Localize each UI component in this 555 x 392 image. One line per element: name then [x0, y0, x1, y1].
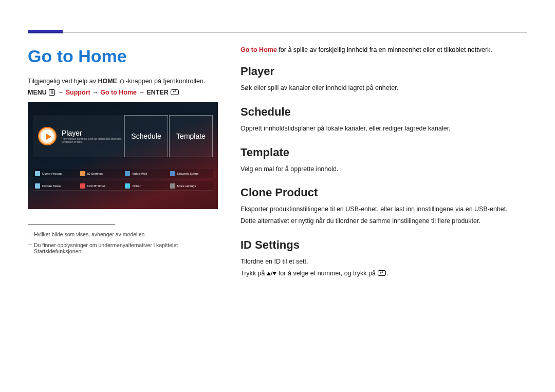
- arrow-icon: →: [138, 89, 145, 96]
- ui-player-subtitle: Play various contents such as scheduled …: [62, 137, 123, 143]
- right-intro-rest: for å spille av forskjellig innhold fra …: [277, 46, 492, 53]
- intro-text: Tilgjengelig ved hjelp av HOME -knappen …: [28, 78, 218, 85]
- chip-label: On/Off Timer: [87, 184, 105, 188]
- path-gotohome: Go to Home: [100, 89, 137, 96]
- arrow-icon: →: [92, 89, 99, 96]
- section-text-clone-2: Dette alternativet er nyttig når du tilo…: [240, 216, 527, 226]
- chip-label: ID Settings: [87, 172, 103, 175]
- ui-chip-row: Clone Product ID Settings Video Wall Net…: [33, 169, 213, 194]
- section-text-player: Søk eller spill av kanaler eller innhold…: [240, 83, 527, 93]
- ui-tile-template[interactable]: Template: [169, 115, 213, 157]
- ui-chip-network-status[interactable]: Network Status: [168, 169, 213, 178]
- footnote-separator: [28, 225, 115, 225]
- home-icon: [119, 78, 125, 83]
- section-text-clone-1: Eksporter produktinnstillingene til en U…: [240, 204, 527, 214]
- nav-path: MENU Ⅲ → Support → Go to Home → ENTER: [28, 89, 218, 96]
- footnote-1: Hvilket bilde som vises, avhenger av mod…: [28, 231, 218, 237]
- triangle-up-icon: [267, 272, 271, 275]
- ui-chip-video-wall[interactable]: Video Wall: [123, 169, 168, 178]
- id-p2-pre: Trykk på: [240, 270, 267, 277]
- play-icon: [38, 127, 57, 145]
- section-text-id-2: Trykk på / for å velge et nummer, og try…: [240, 269, 527, 278]
- arrow-icon: →: [58, 89, 64, 96]
- network-status-icon: [170, 171, 175, 176]
- right-intro: Go to Home for å spille av forskjellig i…: [240, 46, 527, 53]
- intro-pre: Tilgjengelig ved hjelp av: [28, 78, 98, 85]
- path-support: Support: [66, 89, 90, 96]
- ui-tile-player[interactable]: Player Play various contents such as sch…: [33, 115, 123, 157]
- footnote-2: Du finner opplysninger om undermenyalter…: [28, 242, 218, 254]
- ui-chip-more-settings[interactable]: More settings: [168, 181, 213, 191]
- ui-tile-schedule[interactable]: Schedule: [124, 115, 168, 157]
- ui-chip-onoff-timer[interactable]: On/Off Timer: [78, 181, 123, 191]
- chip-label: More settings: [177, 184, 196, 188]
- ui-player-title: Player: [62, 129, 123, 137]
- section-heading-player: Player: [240, 65, 527, 78]
- intro-post: -knappen på fjernkontrollen.: [125, 78, 205, 85]
- id-p2-mid: for å velge et nummer, og trykk på: [276, 270, 377, 277]
- enter-icon: [171, 89, 179, 95]
- id-settings-icon: [80, 171, 85, 176]
- page-title: Go to Home: [28, 46, 218, 66]
- more-settings-icon: [170, 183, 175, 189]
- ui-chip-picture-mode[interactable]: Picture Mode: [33, 181, 78, 191]
- ui-chip-clone-product[interactable]: Clone Product: [33, 169, 78, 178]
- chip-label: Video Wall: [132, 172, 147, 175]
- chip-label: Picture Mode: [42, 184, 61, 188]
- ticker-icon: [125, 183, 130, 189]
- id-p2-post: .: [386, 270, 388, 277]
- section-heading-id-settings: ID Settings: [240, 238, 527, 252]
- ui-chip-id-settings[interactable]: ID Settings: [78, 169, 123, 178]
- section-heading-clone-product: Clone Product: [240, 186, 527, 199]
- chip-label: Ticker: [132, 184, 141, 188]
- path-menu: MENU: [28, 89, 47, 96]
- ui-screenshot: Player Play various contents such as sch…: [28, 102, 218, 209]
- video-wall-icon: [125, 171, 130, 176]
- picture-mode-icon: [35, 183, 40, 189]
- intro-home-bold: HOME: [98, 78, 117, 85]
- section-heading-template: Template: [240, 146, 527, 159]
- enter-icon: [378, 270, 386, 276]
- right-intro-red: Go to Home: [240, 46, 277, 53]
- section-text-template: Velg en mal for å opprette innhold.: [240, 164, 527, 174]
- section-text-schedule: Opprett innholdstidsplaner på lokale kan…: [240, 124, 527, 134]
- menu-icon: Ⅲ: [49, 89, 55, 96]
- section-heading-schedule: Schedule: [240, 105, 527, 119]
- chip-label: Clone Product: [42, 172, 62, 175]
- onoff-timer-icon: [80, 183, 85, 189]
- header-rule: [28, 32, 527, 32]
- ui-row-selected: Player Play various contents such as sch…: [33, 115, 213, 157]
- path-enter: ENTER: [146, 89, 168, 96]
- clone-product-icon: [35, 171, 40, 176]
- ui-chip-ticker[interactable]: Ticker: [123, 181, 168, 191]
- chip-label: Network Status: [177, 172, 199, 175]
- section-text-id-1: Tilordne en ID til et sett.: [240, 257, 527, 267]
